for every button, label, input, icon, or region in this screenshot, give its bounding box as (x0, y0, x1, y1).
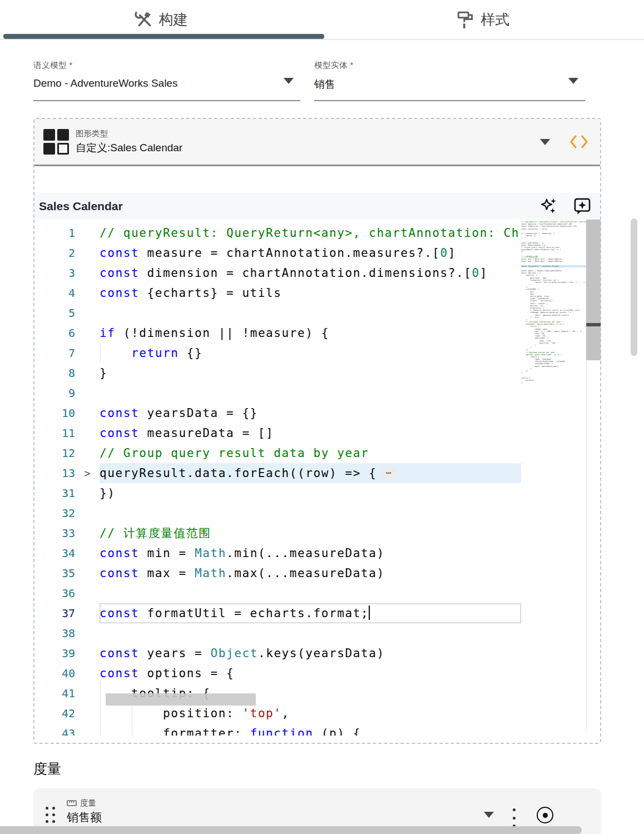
line-number: 5 (34, 306, 75, 320)
line-number: 6 (34, 326, 75, 340)
code-line[interactable]: 40const options = { (34, 663, 521, 683)
model-entity-value: 销售 (314, 77, 585, 92)
tab-build-label: 构建 (159, 10, 188, 29)
ai-comment-icon[interactable] (573, 197, 591, 215)
code-line[interactable]: 12// Group query result data by year (34, 443, 521, 463)
code-line[interactable]: 3const dimension = chartAnnotation.dimen… (34, 263, 521, 283)
code-text: const {echarts} = utils (100, 283, 521, 303)
chart-grid-icon (43, 129, 69, 155)
code-text: }) (100, 483, 521, 503)
code-text: // queryResult: QueryReturn<any>, chartA… (100, 223, 521, 243)
code-editor: Sales Calendar 1// (34, 193, 600, 732)
code-text (100, 303, 521, 323)
model-entity-select[interactable]: 模型实体 * 销售 (314, 60, 585, 101)
code-line[interactable]: 9 (34, 383, 521, 403)
folded-code-badge[interactable]: ⋯ (383, 468, 396, 478)
line-number: 32 (34, 507, 75, 520)
semantic-model-label: 语义模型 * (33, 60, 300, 71)
overview-ruler-cursor-mark (586, 323, 601, 326)
ai-sparkles-icon[interactable] (540, 197, 558, 215)
indent-guide (100, 343, 101, 363)
code-text: const years = Object.keys(yearsData) (100, 643, 521, 663)
code-line[interactable]: 33// 计算度量值范围 (34, 523, 521, 543)
line-number: 4 (34, 286, 75, 300)
code-text: const dimension = chartAnnotation.dimens… (100, 263, 521, 283)
semantic-model-select[interactable]: 语义模型 * Demo - AdventureWorks Sales (33, 60, 300, 101)
model-entity-label: 模型实体 * (314, 60, 585, 71)
code-line[interactable]: 35const max = Math.max(...measureData) (34, 563, 521, 583)
line-number: 11 (34, 426, 75, 440)
line-number: 42 (34, 707, 75, 720)
tab-style-label: 样式 (481, 10, 510, 29)
editor-vertical-scrollbar[interactable] (586, 220, 601, 360)
line-number: 36 (34, 587, 75, 600)
code-line[interactable]: 2const measure = chartAnnotation.measure… (34, 243, 521, 263)
code-line[interactable]: 36 (34, 583, 521, 603)
code-text: position: 'top', (100, 703, 521, 723)
line-number: 1 (34, 226, 75, 240)
code-line[interactable]: 7 return {} (34, 343, 521, 363)
code-text: return {} (100, 343, 521, 363)
code-text: const formatUtil = echarts.format; (100, 603, 521, 623)
code-line[interactable]: 43 formatter: function (p) { (34, 723, 521, 736)
code-line[interactable]: 10const yearsData = {} (34, 403, 521, 423)
chevron-down-icon[interactable] (284, 78, 294, 84)
code-text (100, 623, 521, 643)
measure-card-label: 度量 (80, 798, 96, 808)
paint-roller-icon (457, 10, 475, 29)
editor-horizontal-scrollbar[interactable] (106, 693, 256, 706)
code-area[interactable]: 1// queryResult: QueryReturn<any>, chart… (34, 220, 521, 736)
more-options-icon[interactable] (513, 808, 516, 827)
line-number: 13 (34, 466, 75, 480)
measure-card-value: 销售额 (67, 810, 102, 825)
chevron-down-icon[interactable] (484, 812, 494, 818)
code-text: const max = Math.max(...measureData) (100, 563, 521, 583)
tab-build[interactable]: 构建 (0, 0, 322, 39)
code-line[interactable]: 6if (!dimension || !measure) { (34, 323, 521, 343)
line-number: 41 (34, 687, 75, 700)
code-line[interactable]: 4const {echarts} = utils (34, 283, 521, 303)
code-line[interactable]: 1// queryResult: QueryReturn<any>, chart… (34, 223, 521, 243)
code-line[interactable]: 37const formatUtil = echarts.format; (34, 603, 521, 623)
chart-type-select[interactable]: 图形类型 自定义:Sales Calendar (34, 119, 600, 166)
code-line[interactable]: 31}) (34, 483, 521, 503)
code-line[interactable]: 5 (34, 303, 521, 323)
fold-chevron-icon[interactable]: > (75, 467, 100, 479)
line-number: 43 (34, 727, 75, 736)
page-horizontal-scrollbar[interactable] (0, 826, 582, 834)
target-icon[interactable] (537, 807, 553, 823)
code-line[interactable]: 8} (34, 363, 521, 383)
code-editor-toggle-icon[interactable] (569, 135, 589, 148)
line-number: 7 (34, 346, 75, 360)
ruler-icon (67, 800, 77, 807)
code-line[interactable]: 39const years = Object.keys(yearsData) (34, 643, 521, 663)
code-text: const measureData = [] (100, 423, 521, 443)
line-number: 34 (34, 547, 75, 560)
code-line[interactable]: 11const measureData = [] (34, 423, 521, 443)
editor-title: Sales Calendar (39, 200, 540, 213)
code-line[interactable]: 38 (34, 623, 521, 643)
chevron-down-icon[interactable] (540, 139, 550, 145)
line-number: 2 (34, 246, 75, 260)
text-cursor (369, 605, 370, 620)
drag-handle[interactable] (46, 807, 55, 827)
line-number: 10 (34, 406, 75, 420)
editor-header: Sales Calendar (34, 193, 600, 220)
page-vertical-scrollbar[interactable] (631, 219, 637, 356)
code-text: // Group query result data by year (100, 443, 521, 463)
indent-guide (100, 703, 101, 723)
line-number: 9 (34, 386, 75, 400)
code-line[interactable]: 32 (34, 503, 521, 523)
visual-config-panel: 图形类型 自定义:Sales Calendar Sales Calendar (33, 118, 601, 744)
code-line[interactable]: 34const min = Math.min(...measureData) (34, 543, 521, 563)
indent-guide (100, 683, 101, 703)
tab-style[interactable]: 样式 (322, 0, 644, 39)
indent-guide (132, 723, 132, 736)
code-line[interactable]: 13>queryResult.data.forEach((row) => {⋯ (34, 463, 521, 483)
editor-minimap[interactable]: // queryResult: QueryReturn<any>, chartA… (521, 221, 586, 731)
chevron-down-icon[interactable] (568, 78, 578, 84)
code-text: queryResult.data.forEach((row) => {⋯ (100, 463, 521, 483)
code-text (100, 383, 521, 403)
line-number: 37 (34, 607, 75, 620)
code-line[interactable]: 42 position: 'top', (34, 703, 521, 723)
